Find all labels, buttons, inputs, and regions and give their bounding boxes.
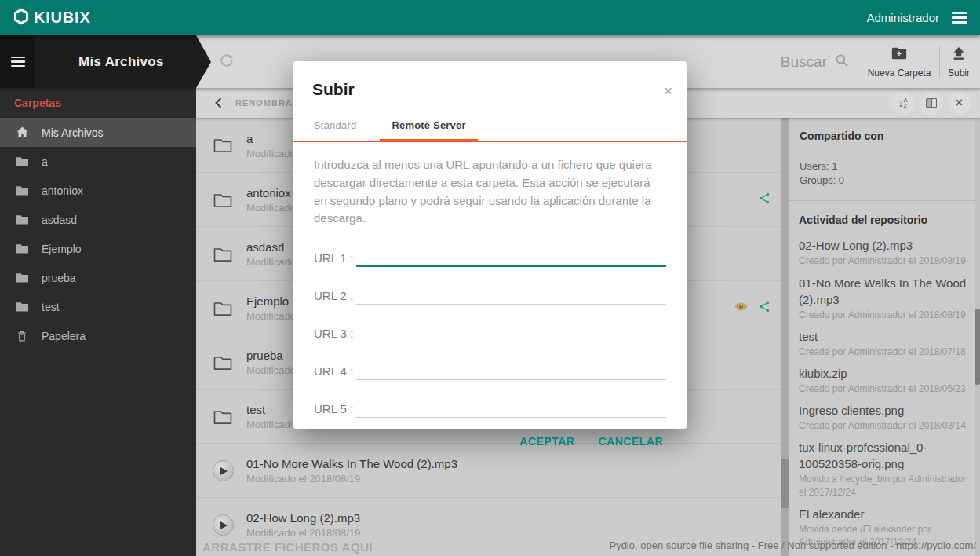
activity-entry[interactable]: 02-How Long (2).mp3 Creado por Administr… [799, 237, 969, 267]
url-2-input[interactable] [356, 286, 666, 305]
shared-with-block: Compartido con Users: 1 Groups: 0 [789, 118, 980, 200]
sidebar-item-label: asdasd [42, 214, 77, 226]
url-4-input[interactable] [356, 361, 666, 380]
activity-entry[interactable]: 01-No More Walks In The Wood (2).mp3 Cre… [799, 275, 969, 321]
folder-icon [14, 154, 30, 170]
upload-button[interactable]: Subir [941, 35, 977, 88]
activity-entry[interactable]: kiubix.zip Creado por Administrador el 2… [799, 365, 969, 395]
url-row: URL 1 : [314, 248, 666, 267]
main-scrollbar-thumb[interactable] [781, 459, 789, 508]
folder-icon [14, 183, 30, 199]
sort-button[interactable]: ↓AZ [891, 92, 914, 115]
panel-scrollbar[interactable] [975, 118, 980, 556]
cancel-button[interactable]: CANCELAR [598, 435, 663, 448]
url-row: URL 5 : [314, 399, 666, 418]
upload-icon [950, 45, 967, 65]
file-modified: Modificado el 2018/08/19 [246, 527, 781, 539]
file-name: 01-No More Walks In The Wood (2).mp3 [246, 457, 781, 470]
folder-icon [210, 188, 235, 213]
search-icon [834, 53, 850, 71]
column-view-button[interactable] [920, 92, 942, 115]
sidebar-item-label: Ejemplo [42, 243, 82, 255]
sidebar-item-a[interactable]: a [0, 147, 196, 176]
search-control[interactable]: Buscar [781, 35, 850, 88]
activity-entry-detail: Creado por Administrador el 2018/08/19 [799, 254, 969, 267]
new-folder-button[interactable]: Nueva Carpeta [863, 35, 935, 88]
shared-groups-count: Groups: 0 [800, 174, 969, 188]
url-5-input[interactable] [356, 399, 666, 418]
sidebar-item-label: prueba [42, 272, 76, 284]
dialog-header: Subir × Standard Remote Server [293, 61, 687, 142]
dialog-body: Introduzca al menos una URL apuntando a … [293, 142, 687, 448]
sidebar-item-label: Mis Archivos [42, 126, 104, 139]
close-panel-button[interactable]: × [948, 92, 971, 115]
current-user-label[interactable]: Administrador [866, 11, 939, 24]
watch-eye-icon[interactable] [734, 301, 749, 316]
play-icon[interactable] [210, 513, 235, 538]
activity-entry-name: 01-No More Walks In The Wood (2).mp3 [799, 275, 969, 308]
accept-button[interactable]: ACEPTAR [519, 435, 574, 448]
sidebar-item-label: test [42, 301, 60, 313]
info-panel: Compartido con Users: 1 Groups: 0 Activi… [789, 118, 980, 556]
play-icon[interactable] [210, 459, 235, 484]
folder-icon [210, 350, 235, 375]
folder-icon [210, 404, 235, 430]
url-row: URL 2 : [314, 286, 666, 305]
sort-alpha-icon: ↓AZ [898, 97, 907, 108]
folder-plus-icon [890, 45, 909, 65]
back-chevron-icon[interactable] [210, 94, 228, 112]
activity-entry[interactable]: Ingreso clientes.png Creado por Administ… [799, 402, 969, 432]
activity-entry-name: 02-How Long (2).mp3 [799, 237, 969, 254]
dialog-close-icon[interactable]: × [664, 83, 672, 98]
sidebar-item-asdasd[interactable]: asdasd [0, 205, 196, 234]
share-icon[interactable] [758, 192, 771, 208]
sidebar-item-antoniox[interactable]: antoniox [0, 176, 196, 205]
header-divider [858, 46, 858, 78]
search-label: Buscar [781, 53, 827, 71]
folder-icon [14, 241, 30, 257]
tab-standard[interactable]: Standard [312, 119, 358, 141]
user-menu-icon[interactable] [952, 12, 967, 24]
url-row: URL 4 : [314, 361, 666, 380]
upload-label: Subir [948, 68, 970, 79]
workspace-title-banner: Mis Archivos [35, 35, 196, 88]
sidebar-item-mis-archivos[interactable]: Mis Archivos [0, 118, 196, 147]
dropzone-hint: ARRASTRE FICHEROS AQUI [202, 540, 373, 554]
sidebar-item-test[interactable]: test [0, 292, 196, 321]
sidebar-item-ejemplo[interactable]: Ejemplo [0, 234, 196, 263]
dialog-tabs: Standard Remote Server [312, 119, 668, 141]
activity-entry-name: Ingreso clientes.png [799, 402, 969, 419]
new-folder-label: Nueva Carpeta [868, 68, 931, 79]
sidebar-item-prueba[interactable]: prueba [0, 263, 196, 292]
sidebar-toggle[interactable] [0, 35, 35, 88]
tab-remote-server[interactable]: Remote Server [380, 119, 477, 141]
trash-icon [14, 328, 30, 344]
page-title: Mis Archivos [78, 54, 164, 70]
activity-entry-detail: Movido a /recycle_bin por Administrador … [799, 473, 969, 498]
url-2-label: URL 2 : [314, 289, 356, 305]
panel-scrollbar-thumb[interactable] [975, 309, 980, 385]
activity-entry[interactable]: test Creada por Administrador el 2018/07… [799, 328, 969, 358]
share-icon[interactable] [758, 300, 771, 316]
url-5-label: URL 5 : [314, 402, 356, 418]
refresh-icon[interactable] [219, 53, 236, 70]
hexagon-logo-icon [13, 8, 30, 28]
folder-icon [210, 242, 235, 267]
top-app-bar: KIUBIX Administrador [0, 0, 980, 35]
folders-sidebar: Carpetas Mis Archivos a antoniox asdasd … [0, 88, 196, 556]
brand-logo[interactable]: KIUBIX [13, 8, 91, 28]
url-3-input[interactable] [356, 324, 666, 342]
url-1-input[interactable] [356, 248, 666, 267]
activity-entry-detail: Creado por Administrador el 2018/08/19 [799, 309, 969, 321]
sidebar-item-label: Papelera [42, 330, 86, 342]
dialog-title: Subir [312, 80, 668, 99]
rename-action-label[interactable]: RENOMBRAR [235, 98, 300, 108]
activity-entry-detail: Creado por Administrador el 2018/03/14 [799, 419, 969, 432]
main-scrollbar[interactable] [781, 118, 789, 556]
table-row[interactable]: 01-No More Walks In The Wood (2).mp3 Mod… [196, 443, 781, 498]
activity-entry-name: test [799, 328, 969, 345]
activity-entry-name: kiubix.zip [799, 365, 969, 382]
sidebar-item-papelera[interactable]: Papelera [0, 321, 196, 350]
activity-entry[interactable]: tux-linux-professional_0-100520358-orig.… [799, 439, 969, 498]
shared-with-title: Compartido con [800, 130, 969, 142]
